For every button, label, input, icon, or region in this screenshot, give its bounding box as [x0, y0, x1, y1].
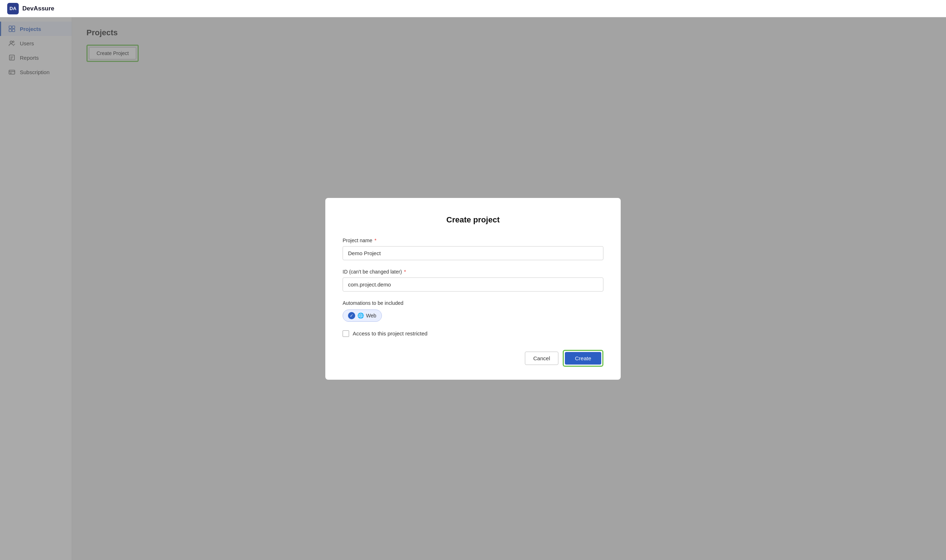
project-name-input[interactable]: [343, 246, 603, 260]
web-badge-label: Web: [366, 313, 377, 318]
create-button[interactable]: Create: [565, 352, 601, 365]
topbar: DA DevAssure: [0, 0, 946, 17]
modal-title: Create project: [343, 215, 603, 225]
project-id-label: ID (can't be changed later) *: [343, 269, 603, 275]
web-automation-badge[interactable]: ✓ 🌐 Web: [343, 309, 382, 322]
web-globe-icon: 🌐: [357, 312, 364, 319]
project-name-label: Project name *: [343, 237, 603, 243]
access-restricted-checkbox[interactable]: [343, 331, 349, 337]
project-id-input[interactable]: [343, 277, 603, 292]
required-star-id: *: [404, 269, 406, 275]
cancel-button[interactable]: Cancel: [525, 352, 559, 365]
create-button-highlight: Create: [563, 350, 603, 367]
modal-overlay: Create project Project name * ID (can't …: [0, 17, 946, 560]
create-project-modal: Create project Project name * ID (can't …: [325, 198, 621, 380]
app-name: DevAssure: [22, 5, 54, 12]
automations-label: Automations to be included: [343, 300, 603, 306]
modal-footer: Cancel Create: [343, 350, 603, 367]
project-name-group: Project name *: [343, 237, 603, 260]
access-restricted-label: Access to this project restricted: [353, 331, 427, 337]
project-id-group: ID (can't be changed later) *: [343, 269, 603, 292]
required-star-name: *: [374, 237, 376, 243]
automations-group: Automations to be included ✓ 🌐 Web: [343, 300, 603, 322]
logo-icon: DA: [7, 3, 19, 14]
logo-area: DA DevAssure: [7, 3, 54, 14]
web-check-icon: ✓: [348, 312, 355, 319]
access-restricted-row: Access to this project restricted: [343, 331, 603, 337]
